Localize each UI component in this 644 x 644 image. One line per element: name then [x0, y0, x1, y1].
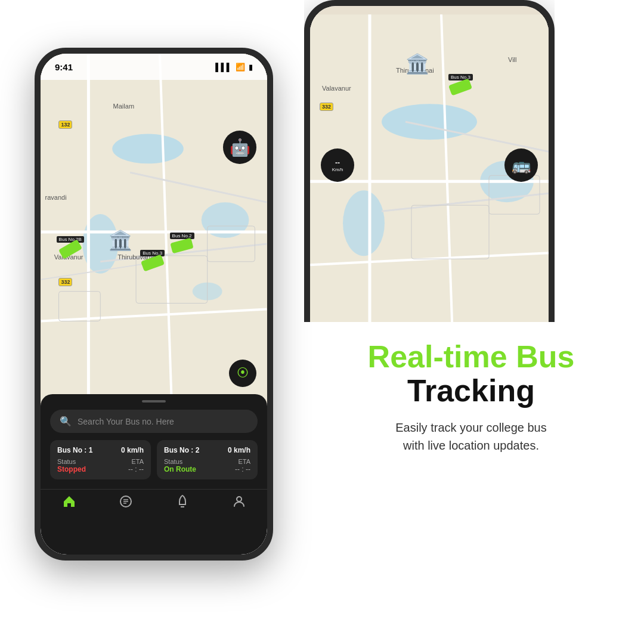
robot-avatar[interactable]: 🤖 — [223, 131, 256, 164]
p2-bus-label-3: Bus No.3 — [448, 74, 473, 80]
bus2-speed: 0 km/h — [228, 446, 250, 454]
bus2-title: Bus No : 2 — [164, 446, 199, 454]
phone1-frame: 9:41 ▌▌▌ 📶 ▮ Mailam Valavanur Thirubuvan… — [35, 48, 273, 561]
p2-bus-marker-3[interactable]: Bus No.3 — [448, 74, 473, 92]
phone1-screen: 9:41 ▌▌▌ 📶 ▮ Mailam Valavanur Thirubuvan… — [41, 54, 267, 555]
phone2-screen: Valavanur Thirubuvanai Vill 332 🏛️ Bus N… — [310, 6, 549, 322]
bus-card-2[interactable]: Bus No : 2 0 km/h Status ETA On Route --… — [157, 440, 258, 479]
p2-map-label-valavanur: Valavanur — [322, 85, 351, 92]
bus1-status-label: Status — [57, 458, 76, 465]
search-bar[interactable]: 🔍 Search Your Bus no. Here — [50, 410, 258, 433]
bus-marker-2[interactable]: Bus No.2 — [170, 233, 194, 251]
p2-road-badge-332: 332 — [320, 103, 333, 111]
phone1-bottom-nav — [41, 489, 267, 518]
bus1-speed: 0 km/h — [121, 446, 144, 454]
bus-card-1[interactable]: Bus No : 1 0 km/h Status ETA Stopped -- … — [50, 440, 151, 479]
status-icons: ▌▌▌ 📶 ▮ — [215, 63, 253, 72]
drag-handle — [142, 400, 166, 402]
phone2-map: Valavanur Thirubuvanai Vill 332 🏛️ Bus N… — [310, 6, 549, 322]
bus1-eta-val: -- : -- — [128, 465, 144, 473]
svg-point-20 — [343, 190, 385, 256]
wifi-icon: 📶 — [236, 63, 245, 72]
road-badge-332: 332 — [58, 278, 72, 286]
headline-green: Real-time Bus — [328, 340, 614, 374]
status-time: 9:41 — [55, 62, 73, 72]
road-badge-132: 132 — [58, 120, 72, 129]
battery-icon: ▮ — [249, 63, 253, 72]
signal-icon: ▌▌▌ — [215, 63, 232, 72]
nav-profile[interactable] — [232, 494, 246, 509]
bus-cards: Bus No : 1 0 km/h Status ETA Stopped -- … — [50, 440, 258, 479]
bus2-status-label: Status — [164, 458, 182, 465]
phone2-frame: Valavanur Thirubuvanai Vill 332 🏛️ Bus N… — [304, 0, 555, 322]
phone1-status-bar: 9:41 ▌▌▌ 📶 ▮ — [41, 54, 267, 80]
phone1-bottom-panel: 🔍 Search Your Bus no. Here Bus No : 1 0 … — [41, 394, 267, 555]
bus1-title: Bus No : 1 — [57, 446, 92, 454]
bus2-eta-val: -- : -- — [235, 465, 250, 473]
bus2-eta-label: ETA — [238, 458, 250, 465]
svg-point-17 — [237, 497, 242, 501]
search-input[interactable]: Search Your Bus no. Here — [78, 417, 174, 426]
phone2-wrapper: Valavanur Thirubuvanai Vill 332 🏛️ Bus N… — [304, 0, 555, 322]
phone1-map: 9:41 ▌▌▌ 📶 ▮ Mailam Valavanur Thirubuvan… — [41, 54, 267, 404]
nav-home[interactable] — [62, 494, 76, 509]
nav-bell[interactable] — [175, 494, 190, 509]
bus1-eta-label: ETA — [131, 458, 144, 465]
search-icon: 🔍 — [60, 416, 72, 427]
speed-button[interactable]: -- Km/h — [321, 148, 354, 182]
bus2-status-val: On Route — [164, 465, 196, 473]
speed-unit: Km/h — [332, 167, 343, 172]
bus1-status-val: Stopped — [57, 465, 86, 473]
svg-point-1 — [112, 134, 184, 164]
map-label-ravandi: ravandi — [45, 194, 67, 201]
subtext: Easily track your college buswith live l… — [328, 419, 614, 454]
bus-circle-button[interactable]: 🚌 — [504, 148, 538, 182]
p2-map-label-vill: Vill — [508, 56, 516, 63]
bus-label-2b: Bus No.2B — [57, 236, 84, 243]
bus-marker-2b[interactable]: Bus No.2B — [57, 236, 84, 255]
location-button[interactable]: ⦿ — [229, 360, 256, 387]
nav-chat[interactable] — [119, 494, 133, 509]
right-text-section: Real-time Bus Tracking Easily track your… — [328, 340, 614, 454]
building-icon: 🏛️ — [109, 229, 132, 252]
speed-value: -- — [335, 159, 340, 167]
map-label-mailam: Mailam — [113, 103, 134, 110]
p2-building-icon: 🏛️ — [405, 52, 429, 75]
bus-marker-3[interactable]: Bus No.3 — [140, 250, 165, 268]
headline-black: Tracking — [328, 374, 614, 408]
